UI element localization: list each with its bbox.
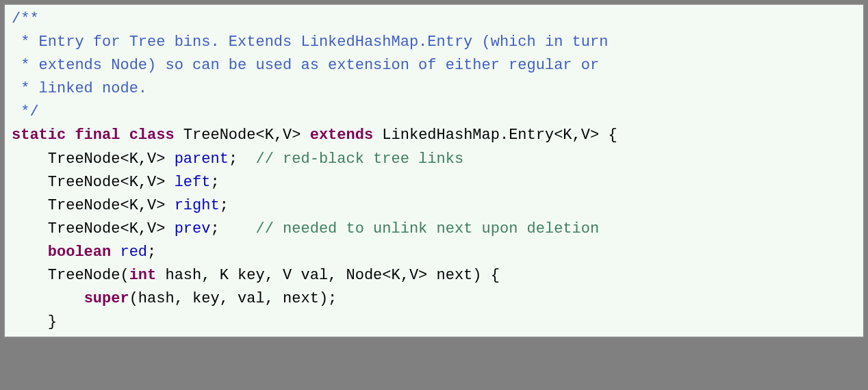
- keyword-final: final: [75, 127, 120, 144]
- constructor-params: hash, K key, V val, Node<K,V> next) {: [156, 267, 500, 284]
- keyword-boolean: boolean: [48, 244, 111, 261]
- javadoc-line-5: */: [12, 103, 39, 120]
- keyword-int: int: [129, 267, 157, 284]
- field-type-parent: TreeNode<K,V>: [48, 151, 175, 168]
- indent: [12, 151, 48, 168]
- constructor-name: TreeNode(: [48, 267, 129, 284]
- field-type-prev: TreeNode<K,V>: [48, 220, 175, 237]
- closing-brace: }: [48, 313, 57, 330]
- indent: [12, 290, 84, 307]
- javadoc-line-2-prefix: *: [12, 34, 39, 51]
- field-parent: parent: [175, 151, 229, 168]
- semicolon: ;: [210, 174, 219, 191]
- javadoc-line-4-text: linked node.: [39, 80, 147, 97]
- keyword-static: static: [12, 127, 66, 144]
- field-prev: prev: [175, 220, 211, 237]
- javadoc-line-3-text: extends Node) so can be used as extensio…: [39, 57, 600, 74]
- keyword-class: class: [129, 127, 175, 144]
- comment-red-black: // red-black tree links: [255, 151, 463, 168]
- comment-unlink: // needed to unlink next upon deletion: [255, 220, 599, 237]
- javadoc-line-1: /**: [12, 10, 39, 27]
- semicolon: ;: [220, 197, 229, 214]
- indent: [12, 197, 48, 214]
- indent: [12, 174, 48, 191]
- keyword-extends: extends: [310, 127, 373, 144]
- field-type-right: TreeNode<K,V>: [48, 197, 175, 214]
- indent: [12, 244, 48, 261]
- field-left: left: [175, 174, 211, 191]
- semicolon: ;: [210, 220, 255, 237]
- type-treenode: TreeNode<K,V>: [183, 127, 301, 144]
- code-block: /** * Entry for Tree bins. Extends Linke…: [3, 3, 865, 338]
- javadoc-line-4-prefix: *: [12, 80, 39, 97]
- javadoc-line-2-text: Entry for Tree bins. Extends LinkedHashM…: [39, 34, 609, 51]
- super-args: (hash, key, val, next);: [129, 290, 337, 307]
- indent: [12, 313, 48, 330]
- indent: [12, 267, 48, 284]
- semicolon: ;: [147, 244, 156, 261]
- keyword-super: super: [84, 290, 129, 307]
- field-red: red: [111, 244, 147, 261]
- field-right: right: [175, 197, 220, 214]
- indent: [12, 220, 48, 237]
- javadoc-line-3-prefix: *: [12, 57, 39, 74]
- type-linkedhashmap-entry: LinkedHashMap.Entry<K,V> {: [382, 127, 617, 144]
- semicolon: ;: [229, 151, 256, 168]
- field-type-left: TreeNode<K,V>: [48, 174, 175, 191]
